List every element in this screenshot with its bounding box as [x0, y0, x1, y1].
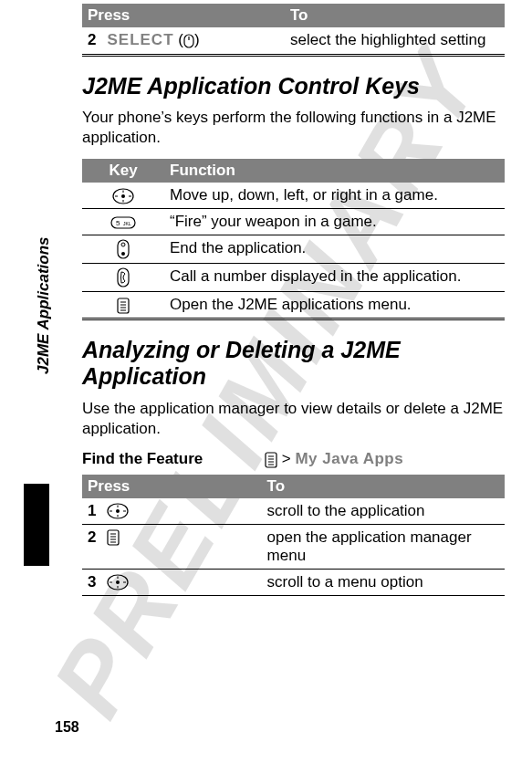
function-cell: End the application. [164, 235, 505, 264]
function-cell: Call a number displayed in the applicati… [164, 264, 505, 292]
step-number: 2 [82, 27, 101, 55]
col-press: Press [82, 475, 262, 498]
step-number: 3 [82, 569, 101, 595]
function-cell: Move up, down, left, or right in a game. [164, 183, 505, 209]
key-cell: 5JKL [82, 209, 164, 235]
to-cell: select the highlighted setting [285, 27, 505, 55]
feature-path: My Java Apps [295, 450, 403, 467]
step-number: 1 [82, 498, 101, 525]
separator: > [282, 450, 291, 467]
end-key-icon [117, 240, 130, 257]
col-key: Key [82, 159, 164, 183]
table-row: 5JKL “Fire” your weapon in a game. [82, 209, 505, 235]
nav-key-icon [107, 573, 129, 591]
col-function: Function [164, 159, 505, 183]
col-press: Press [82, 4, 285, 27]
feature-path-group: > My Java Apps [265, 450, 403, 469]
side-section-label: J2ME Applications [35, 236, 53, 374]
svg-rect-15 [118, 298, 129, 313]
page-content: Press To 2 SELECT () select the highligh… [82, 0, 505, 609]
softkey-icon [183, 32, 194, 50]
heading-control-keys: J2ME Application Control Keys [82, 73, 505, 99]
table-row: 2 SELECT () select the highlighted setti… [82, 27, 505, 55]
svg-point-13 [121, 252, 125, 256]
key-cell [82, 264, 164, 292]
press-cell [101, 498, 261, 525]
function-cell: “Fire” your weapon in a game. [164, 209, 505, 235]
page-number: 158 [55, 719, 79, 736]
svg-rect-31 [108, 530, 119, 545]
svg-text:JKL: JKL [123, 221, 131, 226]
menu-key-icon [117, 296, 130, 313]
select-label: SELECT [107, 31, 173, 48]
svg-point-37 [116, 580, 120, 584]
col-to: To [262, 475, 505, 498]
to-cell: open the application manager menu [262, 524, 505, 569]
menu-key-icon [107, 528, 120, 546]
call-key-icon [117, 268, 130, 286]
paragraph: Your phone’s keys perform the following … [82, 108, 505, 148]
find-feature-row: Find the Feature > My Java Apps [82, 450, 505, 469]
to-cell: scroll to the application [262, 498, 505, 525]
nav-key-icon [112, 186, 134, 204]
svg-point-3 [121, 194, 125, 198]
table-row: 2 open the application manager menu [82, 524, 505, 569]
step-number: 2 [82, 524, 101, 569]
function-cell: Open the J2ME applications menu. [164, 292, 505, 319]
find-feature-label: Find the Feature [82, 450, 265, 469]
menu-key-icon [265, 451, 277, 469]
to-cell: scroll to a menu option [262, 569, 505, 595]
press-cell [101, 569, 261, 595]
press-to-table-bottom: Press To 1 scroll to the application 2 o… [82, 475, 505, 596]
key-function-table: Key Function Move up, down, left, or rig… [82, 159, 505, 320]
table-row: Call a number displayed in the applicati… [82, 264, 505, 292]
table-row: 1 scroll to the application [82, 498, 505, 525]
table-row: 3 scroll to a menu option [82, 569, 505, 595]
svg-rect-20 [266, 453, 276, 467]
press-to-table-top: Press To 2 SELECT () select the highligh… [82, 4, 505, 57]
table-row: End the application. [82, 235, 505, 264]
paragraph: Use the application manager to view deta… [82, 399, 505, 439]
heading-analyze-delete: Analyzing or Deleting a J2ME Application [82, 337, 505, 390]
nav-key-icon [107, 502, 129, 519]
press-cell [101, 524, 261, 569]
paren-close: ) [194, 31, 200, 48]
side-black-block [24, 484, 49, 566]
five-key-icon: 5JKL [110, 213, 136, 230]
svg-text:5: 5 [116, 219, 120, 227]
svg-point-26 [116, 509, 120, 513]
col-to: To [285, 4, 505, 27]
press-cell: SELECT () [101, 27, 285, 55]
table-row: Move up, down, left, or right in a game. [82, 183, 505, 209]
key-cell [82, 292, 164, 319]
svg-point-12 [121, 243, 125, 246]
key-cell [82, 183, 164, 209]
key-cell [82, 235, 164, 264]
table-row: Open the J2ME applications menu. [82, 292, 505, 319]
